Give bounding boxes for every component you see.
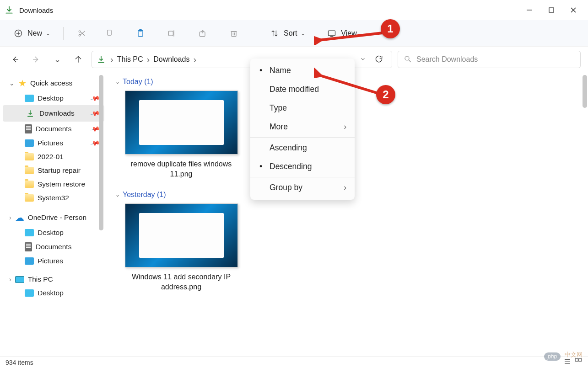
sidebar-item-downloads[interactable]: Downloads📌 xyxy=(3,105,104,122)
details-view-button[interactable] xyxy=(563,357,572,367)
forward-button[interactable] xyxy=(28,52,44,67)
window-title: Downloads xyxy=(19,6,53,14)
search-input[interactable] xyxy=(416,55,575,64)
status-text: 934 items xyxy=(5,359,33,366)
sidebar-item-pictures[interactable]: Pictures xyxy=(3,254,104,268)
chevron-down-icon: ⌄ xyxy=(115,192,120,198)
sidebar-item-this-pc[interactable]: › This PC xyxy=(3,272,104,286)
search-icon xyxy=(404,55,412,64)
minimize-button[interactable] xyxy=(518,0,540,20)
file-thumbnail xyxy=(125,203,238,267)
breadcrumb-segment[interactable]: This PC xyxy=(117,55,143,64)
menu-item-label: More xyxy=(270,122,288,132)
delete-button[interactable] xyxy=(220,25,248,42)
up-button[interactable] xyxy=(70,52,86,67)
chevron-right-icon[interactable]: › xyxy=(110,54,113,65)
document-icon xyxy=(25,242,32,251)
svg-rect-35 xyxy=(579,358,582,361)
menu-item-label: Name xyxy=(270,66,291,75)
cut-button[interactable] xyxy=(72,25,92,42)
address-dropdown[interactable] xyxy=(360,56,366,64)
sidebar-item-quick-access[interactable]: ⌄ ★ Quick access xyxy=(3,75,104,91)
annotation-callout-2: 2 xyxy=(376,85,395,104)
sidebar-item-pictures[interactable]: Pictures📌 xyxy=(3,136,104,150)
watermark-text: 中文网 xyxy=(565,351,583,359)
file-item[interactable]: Windows 11 add secondary IP address.png xyxy=(124,203,239,293)
rename-button[interactable] xyxy=(158,25,185,42)
sidebar-scrollbar[interactable] xyxy=(99,75,103,230)
svg-line-10 xyxy=(81,31,85,35)
downloads-app-icon xyxy=(4,5,15,16)
search-box[interactable] xyxy=(398,51,581,68)
breadcrumb-segment[interactable]: Downloads xyxy=(153,55,189,64)
sidebar: ⌄ ★ Quick access Desktop📌 Downloads📌 Doc… xyxy=(0,72,104,356)
sidebar-item-folder[interactable]: 2022-01 xyxy=(3,150,104,164)
plus-circle-icon xyxy=(13,28,24,39)
sidebar-item-label: Quick access xyxy=(30,79,72,87)
chevron-right-icon[interactable]: › xyxy=(147,54,150,65)
file-label: remove duplicate files windows 11.png xyxy=(124,159,239,180)
sort-icon xyxy=(269,28,280,39)
sidebar-item-label: Pictures xyxy=(38,257,63,265)
chevron-right-icon: › xyxy=(344,122,346,132)
share-button[interactable] xyxy=(189,25,216,42)
group-header-label: Yesterday (1) xyxy=(123,191,166,199)
new-button[interactable]: New ⌄ xyxy=(8,25,55,42)
menu-item-label: Date modified xyxy=(270,85,319,94)
chevron-down-icon: ⌄ xyxy=(46,30,50,37)
rename-icon xyxy=(166,28,177,39)
menu-item-label: Type xyxy=(270,103,287,113)
sidebar-item-documents[interactable]: Documents📌 xyxy=(3,122,104,136)
folder-icon xyxy=(25,167,34,174)
recent-button[interactable]: ⌄ xyxy=(49,52,65,67)
sidebar-item-documents[interactable]: Documents xyxy=(3,240,104,254)
sort-button[interactable]: Sort ⌄ xyxy=(264,25,310,42)
chevron-right-icon[interactable]: › xyxy=(9,276,11,283)
maximize-button[interactable] xyxy=(540,0,562,20)
menu-item-label: Descending xyxy=(270,162,312,171)
sort-option-descending[interactable]: Descending xyxy=(250,157,355,176)
svg-line-36 xyxy=(318,33,383,40)
folder-icon xyxy=(25,181,34,188)
pictures-icon xyxy=(25,257,34,265)
thumbnails-view-button[interactable] xyxy=(574,357,583,367)
chevron-right-icon[interactable]: › xyxy=(193,54,196,65)
sidebar-item-folder[interactable]: System restore xyxy=(3,177,104,191)
sidebar-item-desktop[interactable]: Desktop📌 xyxy=(3,91,104,105)
cloud-icon: ☁ xyxy=(15,212,24,223)
svg-point-8 xyxy=(79,34,81,36)
sort-option-group-by[interactable]: Group by› xyxy=(250,178,355,197)
sort-option-type[interactable]: Type xyxy=(250,99,355,117)
sort-option-more[interactable]: More› xyxy=(250,117,355,136)
sort-option-ascending[interactable]: Ascending xyxy=(250,139,355,157)
file-item[interactable]: remove duplicate files windows 11.png xyxy=(124,91,239,180)
svg-point-7 xyxy=(79,31,81,32)
close-button[interactable] xyxy=(562,0,584,20)
pc-icon xyxy=(15,276,24,283)
paste-button[interactable] xyxy=(127,25,154,42)
group-header-label: Today (1) xyxy=(123,78,153,86)
menu-separator xyxy=(250,177,355,177)
sidebar-item-desktop[interactable]: Desktop xyxy=(3,286,104,300)
annotation-callout-1: 1 xyxy=(381,19,400,38)
sidebar-item-label: OneDrive - Person xyxy=(28,213,86,222)
sidebar-item-onedrive[interactable]: › ☁ OneDrive - Person xyxy=(3,209,104,226)
watermark-badge: php xyxy=(544,352,561,361)
sidebar-item-folder[interactable]: Startup repair xyxy=(3,164,104,177)
menu-separator xyxy=(250,137,355,138)
chevron-right-icon[interactable]: › xyxy=(9,214,11,221)
annotation-arrow xyxy=(314,27,387,45)
sidebar-item-label: Desktop xyxy=(38,94,64,102)
toolbar-separator xyxy=(256,27,256,40)
chevron-down-icon[interactable]: ⌄ xyxy=(9,80,15,87)
refresh-button[interactable] xyxy=(374,54,383,65)
copy-button[interactable] xyxy=(96,25,123,42)
svg-rect-14 xyxy=(168,31,173,36)
toolbar-separator xyxy=(63,27,64,40)
menu-item-label: Ascending xyxy=(270,143,307,153)
sidebar-item-folder[interactable]: System32 xyxy=(3,191,104,205)
sort-label: Sort xyxy=(284,29,297,37)
sidebar-item-desktop[interactable]: Desktop xyxy=(3,226,104,240)
back-button[interactable] xyxy=(7,52,23,67)
content-scrollbar[interactable] xyxy=(583,75,587,108)
